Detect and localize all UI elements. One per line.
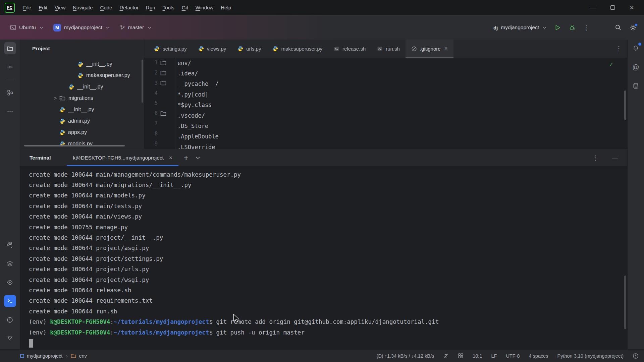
status-problems-icon[interactable] (633, 353, 639, 359)
tab-release-sh[interactable]: release.sh (328, 40, 371, 58)
menu-item-navigate[interactable]: Navigate (69, 3, 96, 12)
tab-views-py[interactable]: views.py (193, 40, 232, 58)
menu-item-run[interactable]: Run (142, 3, 159, 12)
hide-panel-icon[interactable]: — (612, 154, 618, 161)
menu-item-tools[interactable]: Tools (159, 3, 178, 12)
line-separator[interactable]: LF (491, 353, 497, 359)
structure-tool-icon[interactable] (4, 86, 16, 99)
tab-urls-py[interactable]: urls.py (232, 40, 267, 58)
project-panel-header[interactable]: Project (20, 40, 144, 58)
gutter-row: 8 (144, 129, 175, 139)
more-tools-icon[interactable] (4, 105, 16, 117)
tab-run-sh[interactable]: run.sh (371, 40, 406, 58)
minimize-icon[interactable]: — (590, 4, 596, 11)
file-encoding[interactable]: UTF-8 (506, 353, 520, 359)
menu-item-git[interactable]: Git (178, 3, 192, 12)
terminal-output-line: create mode 100644 project/wsgi.py (29, 275, 627, 285)
menu-item-window[interactable]: Window (192, 3, 217, 12)
tree-item--init-py[interactable]: __init__.py (20, 81, 144, 93)
code-line: env/ (177, 58, 627, 68)
tree-item--init-py[interactable]: __init__.py (20, 58, 144, 70)
settings-gear-icon[interactable] (630, 24, 637, 31)
python-file-icon (272, 46, 278, 52)
breadcrumb-project[interactable]: mydjangoproject (27, 353, 62, 359)
python-packages-icon[interactable] (4, 257, 16, 269)
search-icon[interactable] (615, 24, 622, 31)
menu-item-file[interactable]: File (19, 3, 35, 12)
terminal-session-tab[interactable]: k@DESKTOP-FGH5...mydjangoproject × (67, 149, 178, 166)
terminal-dropdown-icon[interactable] (196, 157, 200, 159)
python-console-icon[interactable] (4, 239, 16, 251)
more-options-icon[interactable]: ⋮ (584, 24, 590, 32)
tab--gitignore[interactable]: .gitignore× (406, 40, 453, 58)
version-control-icon[interactable] (4, 333, 16, 345)
chevron-right-icon[interactable]: > (51, 96, 59, 101)
caret-position[interactable]: 10:1 (473, 353, 482, 359)
tab-options-icon[interactable]: ⋮ (616, 45, 622, 52)
python-file-icon (154, 46, 160, 52)
tree-item-apps-py[interactable]: apps.py (20, 127, 144, 138)
grid-widget-icon[interactable] (458, 353, 464, 359)
menu-item-refactor[interactable]: Refactor (116, 3, 142, 12)
tree-item-admin-py[interactable]: admin.py (20, 115, 144, 127)
run-configuration-selector[interactable]: dj mydjangoproject (493, 24, 546, 31)
terminal-output-line: create mode 100644 run.sh (29, 306, 627, 316)
tree-horizontal-scrollbar[interactable] (24, 145, 125, 146)
tree-item--init-py[interactable]: __init__.py (20, 104, 144, 115)
ai-mention-icon[interactable]: @ (630, 61, 642, 73)
menu-item-help[interactable]: Help (217, 3, 235, 12)
project-tool-icon[interactable] (4, 42, 16, 54)
project-panel-title: Project (32, 46, 50, 52)
notifications-bell-icon[interactable] (630, 42, 642, 54)
tree-item-label: apps.py (68, 129, 87, 135)
python-interpreter[interactable]: Python 3.10 (mydjangoproject) (557, 353, 624, 359)
problems-tool-icon[interactable] (4, 314, 16, 326)
code-line: .LSOverride (177, 142, 627, 149)
menu-item-view[interactable]: View (51, 3, 69, 12)
database-tool-icon[interactable] (630, 80, 642, 92)
editor-body[interactable]: 123456789 env/.idea/__pycache__/*.py[cod… (144, 58, 627, 149)
python-file-icon (59, 107, 65, 113)
close-icon[interactable]: × (630, 5, 634, 10)
tab-settings-py[interactable]: settings.py (148, 40, 193, 58)
prompt-env: (env) (29, 318, 50, 325)
terminal-options-icon[interactable]: ⋮ (592, 154, 598, 162)
project-selector[interactable]: M mydjangoproject (53, 24, 110, 32)
inspection-check-icon[interactable]: ✓ (609, 60, 613, 68)
menu-item-code[interactable]: Code (97, 3, 116, 12)
python-file-icon (68, 84, 74, 90)
code-line: *.py[cod] (177, 89, 627, 100)
close-tab-icon[interactable]: × (169, 155, 172, 161)
terminal-caret (29, 339, 33, 348)
terminal-prompt-line: (env) k@DESKTOP-FGH50V4:~/tutorials/mydj… (29, 316, 627, 327)
new-terminal-icon[interactable]: + (184, 153, 189, 163)
menu-item-edit[interactable]: Edit (35, 3, 51, 12)
tree-item-migrations[interactable]: >migrations (20, 93, 144, 104)
editor-tab-bar: settings.pyviews.pyurls.pymakesuperuser.… (144, 40, 627, 58)
breadcrumb-folder[interactable]: env (79, 353, 87, 359)
commit-tool-icon[interactable] (4, 61, 16, 73)
tab-makesuperuser-py[interactable]: makesuperuser.py (267, 40, 328, 58)
tree-item-makesuperuser-py[interactable]: makesuperuser.py (20, 70, 144, 81)
maximize-icon[interactable] (610, 5, 615, 10)
debug-icon[interactable] (569, 24, 576, 31)
branch-selector[interactable]: master (120, 24, 151, 31)
tree-item-label: __init__.py (77, 84, 103, 90)
close-tab-icon[interactable]: × (444, 45, 448, 52)
tree-vertical-scrollbar[interactable] (142, 60, 143, 103)
run-icon[interactable] (554, 24, 561, 31)
tree-item-models-py[interactable]: models.py (20, 138, 144, 149)
editor-scrollbar[interactable] (624, 90, 626, 120)
wsl-distro-selector[interactable]: Ubuntu (10, 24, 43, 31)
services-tool-icon[interactable] (4, 276, 16, 288)
terminal-output-line: create mode 100644 main/management/comma… (29, 169, 627, 180)
chevron-right-icon: › (65, 353, 68, 359)
gutter-row: 7 (144, 118, 175, 128)
terminal-tool-icon[interactable] (4, 295, 16, 307)
highlighting-off-icon[interactable] (443, 353, 449, 359)
prompt-dollar: $ (209, 318, 216, 325)
terminal-output[interactable]: create mode 100644 main/management/comma… (20, 167, 627, 349)
terminal-output-line: create mode 100644 project/__init__.py (29, 232, 627, 243)
indent-style[interactable]: 4 spaces (529, 353, 548, 359)
terminal-scrollbar[interactable] (624, 276, 626, 329)
